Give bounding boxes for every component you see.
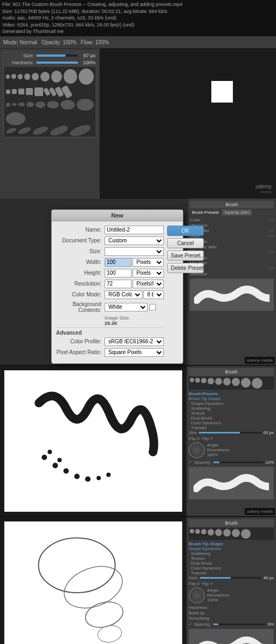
doctype-select[interactable]: Custom [105, 236, 164, 245]
colormode-select[interactable]: RGB Color [105, 290, 142, 299]
size-info: Size: 117617KB bytes (111.22 MiB), durat… [2, 8, 274, 15]
brush-tip-shape-2[interactable]: Brush Tip Shape [189, 541, 274, 546]
section-dual[interactable]: Dual Brush [189, 416, 274, 421]
section-color-dyn[interactable]: Color Dynamics [189, 421, 274, 425]
size-slider-panel[interactable] [199, 432, 262, 433]
brush-stroke-preview-2 [194, 468, 269, 498]
brush-panel-title: Brush [190, 201, 274, 208]
section2-transfer[interactable]: Transfer [189, 571, 274, 575]
roundness-label: Roundness: [207, 448, 230, 452]
save-preset-button[interactable]: Save Preset... [167, 250, 204, 261]
flip-x-label-2[interactable]: Flip X [189, 581, 199, 586]
height-unit[interactable]: Pixels [133, 269, 164, 277]
section2-color[interactable]: Color Dynamics [189, 566, 274, 571]
hardness-row: Hardness: [189, 605, 274, 610]
section-scatter[interactable]: Scattering [189, 406, 274, 411]
brush-size-row: Size: 67 px [4, 53, 95, 58]
spacing-check-2: ✓ [189, 622, 192, 627]
svg-point-4 [85, 476, 91, 482]
spacing-row-2: ✓ Spacing: 9% [189, 622, 274, 627]
ok-button[interactable]: OK [167, 226, 204, 236]
size-slider-2[interactable] [200, 577, 262, 579]
spacing-slider-2[interactable] [213, 623, 266, 625]
panel-tabs: Brush Presets Opacity Jitter [190, 209, 274, 215]
colormode-label: Color Mode: [56, 292, 105, 297]
dialog-advanced: Advanced Color Profile: sRGB IEC61966-2.… [56, 327, 164, 357]
image-size-value: 29.3K [105, 321, 164, 326]
udemy-badge-2: udemy media [245, 357, 275, 364]
height-input[interactable] [105, 269, 132, 277]
dialog-buttons: OK Cancel Save Preset... Delete Preset..… [167, 226, 204, 359]
size-value: 67 px [80, 53, 95, 58]
angle-info: Angle: Roundness: 100% [207, 443, 230, 457]
section-texture[interactable]: Texture [189, 411, 274, 416]
hardness-label: Hardness: [4, 60, 34, 65]
brush-sections-list: Brush Tip Shape Shape Dynamics Scatterin… [189, 396, 274, 430]
spacing-slider[interactable] [213, 462, 264, 463]
section2-texture[interactable]: Texture [189, 556, 274, 561]
bitdepth-select[interactable]: 8 bit [143, 290, 164, 299]
flip-y-label[interactable]: Flip Y [202, 436, 212, 441]
panel-control-off: Off [268, 250, 274, 255]
delete-preset-button[interactable]: Delete Preset... [167, 263, 204, 273]
height-field-row: Height: Pixels [56, 269, 164, 277]
section-transfer[interactable]: Transfer [189, 425, 274, 430]
size-select[interactable] [105, 247, 164, 256]
name-label: Name: [56, 227, 105, 233]
hardness-label-2: Hardness: [189, 605, 208, 610]
svg-point-8 [57, 458, 61, 462]
roundness-value: 100% [207, 452, 230, 457]
ps-left-panel: Size: 67 px Hardness: 100% [0, 49, 100, 199]
section2-dual[interactable]: Dual Brush [189, 561, 274, 566]
width-input[interactable] [105, 258, 132, 267]
hardness-slider[interactable] [36, 62, 78, 64]
brush-preview-panel-2 [189, 629, 274, 644]
width-unit[interactable]: Pixels [133, 258, 164, 267]
ps-main-canvas[interactable]: udemy media [100, 49, 276, 199]
brush-preview-panel [189, 467, 274, 499]
angle-info-2: Angle: Roundness: 100% [207, 588, 230, 602]
angle-label: Angle: [207, 443, 230, 448]
resolution-field-row: Resolution: Pixels/Inch [56, 280, 164, 288]
brush-sections-list-2: Shape Dynamics Scattering Texture Dual B… [189, 546, 274, 575]
section-brush-tip[interactable]: Brush Tip Shape [189, 396, 274, 401]
size-control-label: Size [189, 430, 197, 435]
bgcontents-select[interactable]: White [105, 303, 148, 311]
flip-x-label[interactable]: Flip X [189, 436, 199, 441]
brush-strokes-svg [4, 370, 182, 512]
flip-controls: Flip X Flip Y [189, 436, 274, 441]
brush-tip-shape-label[interactable]: Brush Presets [189, 391, 274, 396]
angle-roundness-row-2: Angle: Roundness: 100% [189, 587, 274, 604]
udemy-watermark-1: udemy media [256, 184, 272, 194]
section2-shape-dyn[interactable]: Shape Dynamics [189, 546, 274, 551]
pixelaspect-select[interactable]: Square Pixels [105, 348, 164, 357]
svg-point-1 [52, 463, 58, 468]
cancel-button[interactable]: Cancel [167, 238, 204, 248]
smoothing-row: Smoothing [189, 616, 274, 621]
colorprofile-select[interactable]: sRGB IEC61966-2.1 [105, 337, 164, 346]
tab-opacity-jitter[interactable]: Opacity Jitter [222, 209, 252, 215]
width-field-row: Width: Pixels [56, 258, 164, 267]
flip-controls-2: Flip X Flip Y [189, 581, 274, 586]
flip-y-label-2[interactable]: Flip Y [202, 581, 212, 586]
bgcontents-label: Background Contents: [56, 301, 105, 313]
panel-label-off1: Off [268, 218, 274, 222]
svg-point-12 [96, 623, 123, 644]
width-label: Width: [56, 259, 105, 265]
resolution-input[interactable] [105, 280, 132, 288]
name-input[interactable] [105, 226, 164, 234]
tab-brush-presets[interactable]: Brush Presets [190, 209, 221, 215]
svg-point-5 [96, 476, 101, 480]
size-slider[interactable] [36, 55, 78, 57]
section-shape-dyn[interactable]: Shape Dynamics [189, 401, 274, 406]
resolution-unit[interactable]: Pixels/Inch [133, 280, 164, 288]
hardness-value: 100% [80, 60, 95, 65]
buildup-label: Build-up [189, 611, 204, 615]
panel-control2-off: Off [268, 266, 274, 271]
height-label: Height: [56, 270, 105, 276]
brush-hardness-row: Hardness: 100% [4, 60, 95, 65]
angle-dial[interactable] [189, 442, 205, 458]
section2-scatter[interactable]: Scattering [189, 551, 274, 556]
ellipse-section: Brush Brush Tip Shape Shape Dynamics Sca… [0, 517, 276, 644]
angle-dial-2[interactable] [189, 587, 205, 604]
